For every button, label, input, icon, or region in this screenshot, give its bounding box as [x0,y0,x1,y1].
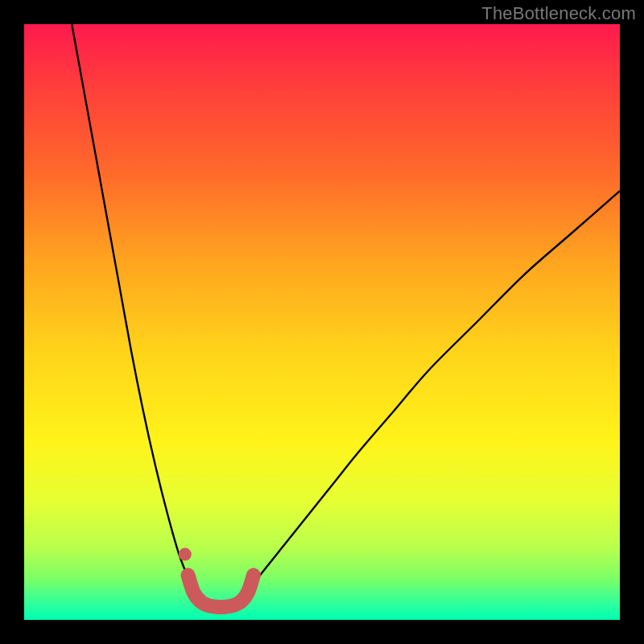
trough-highlight-path [188,576,254,608]
chart-frame: TheBottleneck.com [0,0,644,644]
right-curve-path [245,191,620,596]
curve-layer [24,24,620,620]
plot-area [24,24,620,620]
watermark-text: TheBottleneck.com [481,3,636,24]
highlight-dot [179,548,192,561]
left-curve-path [72,24,200,602]
